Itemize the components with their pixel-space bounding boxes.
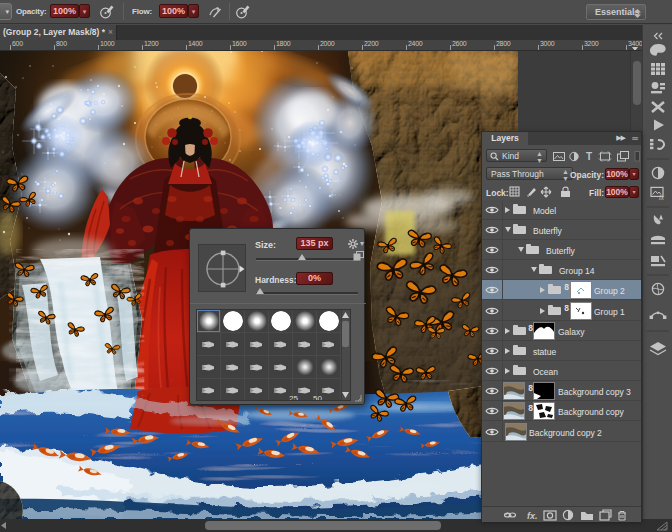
svg-text:T: T [586,151,592,162]
svg-text:fx: fx [659,194,665,201]
svg-text:fx.: fx. [527,511,538,521]
